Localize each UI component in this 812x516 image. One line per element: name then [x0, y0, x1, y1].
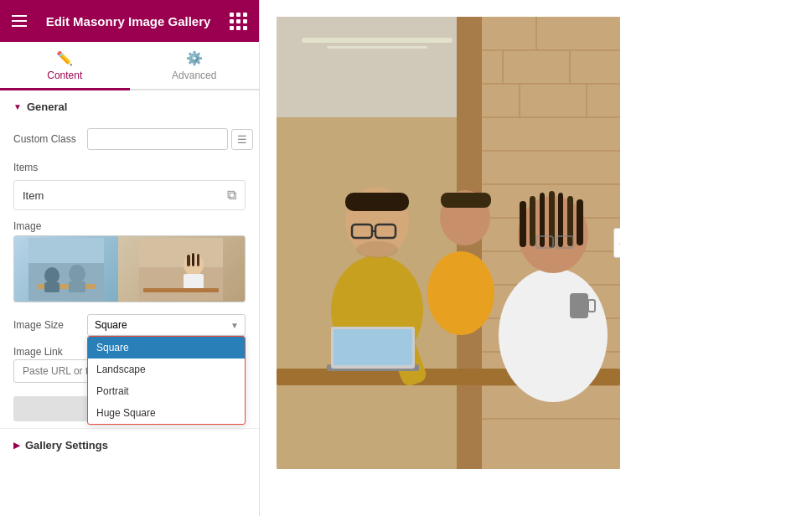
- svg-rect-1: [28, 238, 104, 263]
- svg-rect-20: [327, 46, 427, 49]
- custom-class-wrapper: ☰: [87, 128, 253, 150]
- general-section[interactable]: ▼ General: [0, 90, 259, 123]
- menu-icon[interactable]: [12, 15, 27, 27]
- svg-rect-64: [577, 199, 583, 245]
- dropdown-option-portrait[interactable]: Portrait: [88, 380, 245, 402]
- sidebar: Edit Masonry Image Gallery ✏️ Content ⚙️…: [0, 0, 260, 516]
- list-icon[interactable]: ☰: [231, 129, 253, 150]
- svg-rect-7: [69, 281, 85, 292]
- image-preview-right: [118, 236, 245, 302]
- preview-svg-right: [139, 238, 223, 301]
- svg-point-4: [44, 267, 59, 284]
- svg-point-53: [427, 251, 494, 335]
- svg-rect-63: [567, 196, 573, 246]
- svg-point-6: [69, 265, 85, 283]
- general-section-label: General: [27, 101, 67, 113]
- svg-rect-2: [28, 263, 104, 301]
- tab-content-label: Content: [47, 70, 82, 81]
- section-collapsed-arrow-icon: ▶: [13, 441, 20, 450]
- tab-advanced[interactable]: ⚙️ Advanced: [130, 42, 260, 90]
- svg-rect-67: [570, 293, 588, 318]
- custom-class-row: Custom Class ☰: [0, 123, 259, 155]
- gear-icon: ⚙️: [186, 50, 203, 66]
- svg-rect-59: [530, 196, 535, 246]
- copy-icon[interactable]: ⧉: [227, 188, 236, 203]
- svg-rect-13: [192, 253, 194, 266]
- dropdown-option-landscape[interactable]: Landscape: [88, 359, 245, 380]
- svg-rect-58: [520, 201, 526, 247]
- svg-rect-11: [184, 274, 204, 289]
- preview-svg-left: [28, 238, 104, 301]
- svg-point-56: [499, 268, 608, 402]
- image-preview[interactable]: [13, 235, 246, 302]
- tab-advanced-label: Advanced: [172, 70, 216, 81]
- svg-rect-62: [558, 193, 563, 247]
- image-size-select[interactable]: Square Landscape Portrait Huge Square: [87, 314, 246, 336]
- grid-icon[interactable]: [230, 13, 247, 30]
- gallery-settings-label: Gallery Settings: [25, 439, 108, 452]
- svg-rect-15: [143, 288, 219, 292]
- svg-rect-55: [441, 193, 491, 208]
- svg-point-48: [356, 241, 398, 258]
- image-preview-left: [14, 236, 118, 302]
- image-size-row: Image Size Square Landscape Portrait Hug…: [0, 309, 259, 341]
- image-size-label: Image Size: [13, 319, 80, 331]
- gallery-settings-section[interactable]: ▶ Gallery Settings: [0, 428, 259, 462]
- resize-handle[interactable]: ‹›: [613, 228, 620, 258]
- panel-title: Edit Masonry Image Gallery: [46, 14, 211, 28]
- custom-class-label: Custom Class: [13, 133, 80, 145]
- svg-rect-19: [302, 38, 453, 43]
- image-preview-inner: [14, 236, 245, 302]
- item-row: Item ⧉: [13, 180, 246, 210]
- pencil-icon: ✏️: [56, 50, 73, 66]
- dropdown-option-huge-square[interactable]: Huge Square: [88, 402, 245, 424]
- gallery-main-svg: [277, 17, 620, 469]
- svg-rect-14: [197, 254, 199, 266]
- svg-rect-60: [540, 193, 545, 247]
- sidebar-header: Edit Masonry Image Gallery: [0, 0, 259, 42]
- image-size-dropdown: Square Landscape Portrait Huge Square: [87, 336, 246, 425]
- custom-class-input[interactable]: [87, 128, 228, 150]
- svg-rect-44: [345, 193, 409, 211]
- canvas-area: ‹›: [260, 0, 812, 516]
- gallery-image: ‹›: [277, 17, 620, 469]
- main-content: ‹›: [260, 0, 812, 516]
- dropdown-option-square[interactable]: Square: [88, 337, 245, 359]
- svg-rect-12: [187, 255, 190, 266]
- image-label: Image: [0, 214, 259, 235]
- svg-rect-5: [44, 282, 59, 292]
- image-size-select-wrapper: Square Landscape Portrait Huge Square ▼ …: [87, 314, 246, 336]
- tabs: ✏️ Content ⚙️ Advanced: [0, 42, 259, 90]
- tab-content[interactable]: ✏️ Content: [0, 42, 130, 90]
- svg-rect-9: [139, 238, 223, 267]
- svg-rect-52: [334, 329, 412, 365]
- section-arrow-icon: ▼: [13, 102, 22, 111]
- sidebar-content: ▼ General Custom Class ☰ Items Item ⧉ Im…: [0, 90, 259, 516]
- item-row-label: Item: [23, 189, 227, 202]
- items-label: Items: [0, 155, 259, 177]
